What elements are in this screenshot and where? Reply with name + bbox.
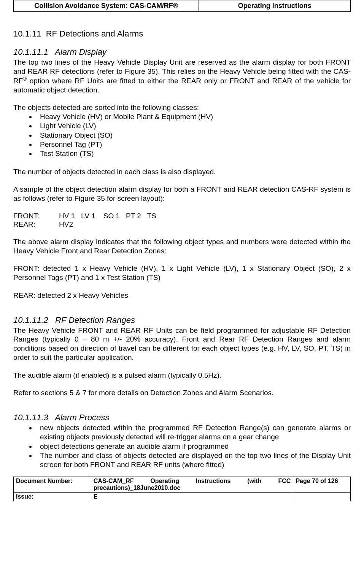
sample-front-label: FRONT: (13, 212, 59, 220)
sub2-para1: The Heavy Vehicle FRONT and REAR RF Unit… (13, 326, 351, 362)
subsection-2-title: RF Detection Ranges (55, 315, 135, 325)
list-item: new objects detected within the programm… (36, 423, 351, 442)
list-item: Heavy Vehicle (HV) or Mobile Plant & Equ… (36, 112, 351, 121)
list-item: Personnel Tag (PT) (36, 140, 351, 149)
subsection-3-title: Alarm Process (55, 413, 109, 422)
section-number: 10.1.11 (13, 29, 41, 38)
section-heading: 10.1.11 RF Detections and Alarms (13, 29, 351, 39)
sample-rear-value: HV2 (59, 220, 73, 229)
list-item: Light Vehicle (LV) (36, 121, 351, 130)
sub2-para3: Refer to sections 5 & 7 for more details… (13, 388, 351, 397)
doc-number-value: CAS-CAM_RF Operating Instructions (with … (91, 477, 293, 492)
issue-value: E (91, 492, 293, 501)
alarm-process-list: new objects detected within the programm… (13, 423, 351, 470)
sub1-para3: The number of objects detected in each c… (13, 167, 351, 176)
sub2-para2: The audible alarm (if enabled) is a puls… (13, 371, 351, 380)
page-number: Page 70 of 126 (293, 477, 351, 492)
sample-rear-row: REAR: HV2 (13, 220, 351, 229)
subsection-2-heading: 10.1.11.2 RF Detection Ranges (13, 315, 351, 325)
subsection-1-heading: 10.1.11.1 Alarm Display (13, 47, 351, 57)
object-class-list: Heavy Vehicle (HV) or Mobile Plant & Equ… (13, 112, 351, 159)
subsection-3-number: 10.1.11.3 (13, 413, 48, 422)
sub1-para5: The above alarm display indicates that t… (13, 237, 351, 256)
subsection-1-number: 10.1.11.1 (13, 47, 48, 57)
sample-front-row: FRONT: HV 1 LV 1 SO 1 PT 2 TS (13, 212, 351, 220)
sub1-para6: FRONT: detected 1 x Heavy Vehicle (HV), … (13, 264, 351, 282)
subsection-3-heading: 10.1.11.3 Alarm Process (13, 413, 351, 423)
list-item: Test Station (TS) (36, 149, 351, 158)
registered-mark: ® (23, 76, 27, 82)
issue-label: Issue: (14, 492, 91, 501)
subsection-2-number: 10.1.11.2 (13, 315, 48, 325)
header-right: Operating Instructions (199, 0, 351, 12)
sub1-para2: The objects detected are sorted into the… (13, 103, 351, 112)
sample-front-value: HV 1 LV 1 SO 1 PT 2 TS (59, 212, 156, 220)
doc-number-label: Document Number: (14, 477, 91, 492)
page-header-table: Collision Avoidance System: CAS-CAM/RF® … (13, 0, 351, 12)
list-item: The number and class of objects detected… (36, 451, 351, 470)
sub1-para4: A sample of the object detection alarm d… (13, 185, 351, 203)
page-footer-table: Document Number: CAS-CAM_RF Operating In… (13, 477, 351, 501)
sub1-para1: The top two lines of the Heavy Vehicle D… (13, 58, 351, 94)
list-item: Stationary Object (SO) (36, 131, 351, 140)
subsection-1-title: Alarm Display (55, 47, 106, 57)
list-item: object detections generate an audible al… (36, 442, 351, 451)
section-title: RF Detections and Alarms (46, 29, 143, 38)
sub1-para7: REAR: detected 2 x Heavy Vehicles (13, 291, 351, 300)
sample-rear-label: REAR: (13, 220, 59, 229)
header-left: Collision Avoidance System: CAS-CAM/RF® (14, 0, 199, 12)
